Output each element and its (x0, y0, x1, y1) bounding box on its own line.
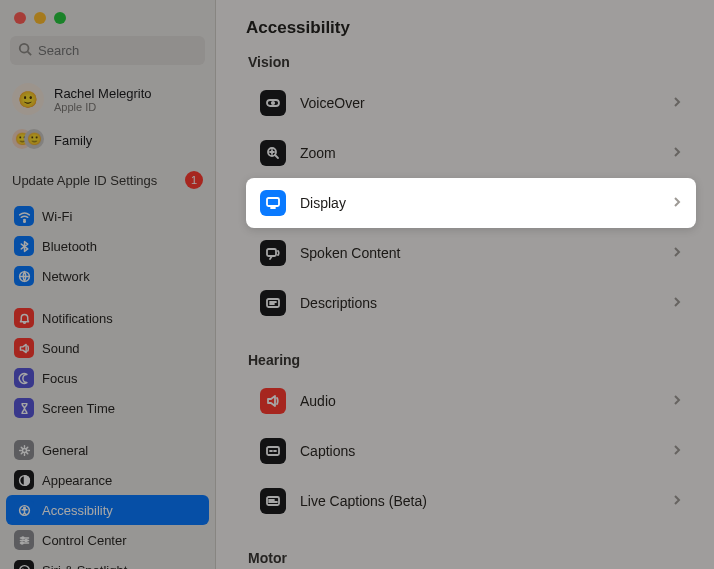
update-apple-id-row[interactable]: Update Apple ID Settings 1 (0, 157, 215, 199)
content-pane: Accessibility VisionVoiceOverZoomDisplay… (216, 0, 714, 569)
chevron-right-icon (672, 96, 682, 111)
sidebar-item-bluetooth[interactable]: Bluetooth (6, 231, 209, 261)
sidebar-item-network[interactable]: Network (6, 261, 209, 291)
svg-point-7 (23, 507, 25, 509)
svg-rect-19 (267, 497, 279, 505)
display-icon (260, 190, 286, 216)
sidebar-item-wi-fi[interactable]: Wi-Fi (6, 201, 209, 231)
row-spoken-content[interactable]: Spoken Content (246, 228, 696, 278)
zoom-window-button[interactable] (54, 12, 66, 24)
row-label: Captions (300, 443, 658, 459)
voiceover-icon (260, 90, 286, 116)
wifi-icon (14, 206, 34, 226)
account-name: Rachel Melegrito (54, 86, 152, 101)
sidebar-item-label: Notifications (42, 311, 113, 326)
chevron-right-icon (672, 444, 682, 459)
page-title: Accessibility (246, 18, 696, 38)
globe-icon (14, 266, 34, 286)
sidebar-item-screen-time[interactable]: Screen Time (6, 393, 209, 423)
row-label: VoiceOver (300, 95, 658, 111)
row-audio[interactable]: Audio (246, 376, 696, 426)
sidebar-item-siri-spotlight[interactable]: Siri & Spotlight (6, 555, 209, 569)
sidebar-item-label: Appearance (42, 473, 112, 488)
chevron-right-icon (672, 296, 682, 311)
family-label: Family (54, 133, 92, 148)
row-label: Audio (300, 393, 658, 409)
sidebar-item-label: Network (42, 269, 90, 284)
appearance-icon (14, 470, 34, 490)
bluetooth-icon (14, 236, 34, 256)
section-title-hearing: Hearing (248, 352, 696, 368)
family-row[interactable]: 🙂🙂 Family (0, 123, 215, 157)
svg-rect-15 (267, 198, 279, 206)
spoken-icon (260, 240, 286, 266)
moon-icon (14, 368, 34, 388)
sidebar-item-label: Bluetooth (42, 239, 97, 254)
chevron-right-icon (672, 196, 682, 211)
update-badge: 1 (185, 171, 203, 189)
svg-point-10 (21, 541, 23, 543)
section-title-motor: Motor (248, 550, 696, 566)
window-traffic-lights (0, 0, 215, 36)
sidebar-item-label: General (42, 443, 88, 458)
row-label: Live Captions (Beta) (300, 493, 658, 509)
row-label: Display (300, 195, 658, 211)
hourglass-icon (14, 398, 34, 418)
sidebar-item-label: Control Center (42, 533, 127, 548)
sidebar-item-general[interactable]: General (6, 435, 209, 465)
captions-icon (260, 438, 286, 464)
minimize-window-button[interactable] (34, 12, 46, 24)
sidebar-item-control-center[interactable]: Control Center (6, 525, 209, 555)
close-window-button[interactable] (14, 12, 26, 24)
row-display[interactable]: Display (246, 178, 696, 228)
sidebar-item-appearance[interactable]: Appearance (6, 465, 209, 495)
sliders-icon (14, 530, 34, 550)
audio-icon (260, 388, 286, 414)
accessibility-icon (14, 500, 34, 520)
sidebar-item-sound[interactable]: Sound (6, 333, 209, 363)
search-field[interactable] (10, 36, 205, 65)
settings-window: 🙂 Rachel Melegrito Apple ID 🙂🙂 Family Up… (0, 0, 714, 569)
sidebar-item-focus[interactable]: Focus (6, 363, 209, 393)
section-title-vision: Vision (248, 54, 696, 70)
sidebar-item-label: Screen Time (42, 401, 115, 416)
search-icon (18, 42, 38, 59)
family-avatars: 🙂🙂 (12, 129, 44, 151)
row-descriptions[interactable]: Descriptions (246, 278, 696, 328)
sidebar-item-label: Wi-Fi (42, 209, 72, 224)
svg-rect-18 (267, 447, 279, 455)
svg-point-11 (19, 565, 29, 569)
apple-id-account[interactable]: 🙂 Rachel Melegrito Apple ID (0, 75, 215, 123)
sidebar-item-label: Siri & Spotlight (42, 563, 127, 570)
speaker-icon (14, 338, 34, 358)
siri-icon (14, 560, 34, 569)
sidebar-nav: Wi-FiBluetoothNetworkNotificationsSoundF… (0, 199, 215, 569)
sidebar-item-label: Accessibility (42, 503, 113, 518)
svg-point-0 (20, 44, 29, 53)
svg-point-13 (272, 102, 274, 104)
account-sub: Apple ID (54, 101, 152, 113)
chevron-right-icon (672, 394, 682, 409)
descriptions-icon (260, 290, 286, 316)
avatar: 🙂 (12, 83, 44, 115)
chevron-right-icon (672, 146, 682, 161)
row-label: Descriptions (300, 295, 658, 311)
row-label: Spoken Content (300, 245, 658, 261)
search-input[interactable] (38, 43, 197, 58)
row-label: Zoom (300, 145, 658, 161)
sidebar-item-accessibility[interactable]: Accessibility (6, 495, 209, 525)
sidebar: 🙂 Rachel Melegrito Apple ID 🙂🙂 Family Up… (0, 0, 216, 569)
svg-point-8 (21, 537, 23, 539)
row-live-captions-beta-[interactable]: Live Captions (Beta) (246, 476, 696, 526)
row-captions[interactable]: Captions (246, 426, 696, 476)
chevron-right-icon (672, 494, 682, 509)
gear-icon (14, 440, 34, 460)
svg-line-1 (28, 52, 32, 56)
svg-rect-17 (267, 299, 279, 307)
row-voiceover[interactable]: VoiceOver (246, 78, 696, 128)
row-zoom[interactable]: Zoom (246, 128, 696, 178)
sidebar-item-notifications[interactable]: Notifications (6, 303, 209, 333)
chevron-right-icon (672, 246, 682, 261)
update-label: Update Apple ID Settings (12, 173, 157, 188)
livecaptions-icon (260, 488, 286, 514)
